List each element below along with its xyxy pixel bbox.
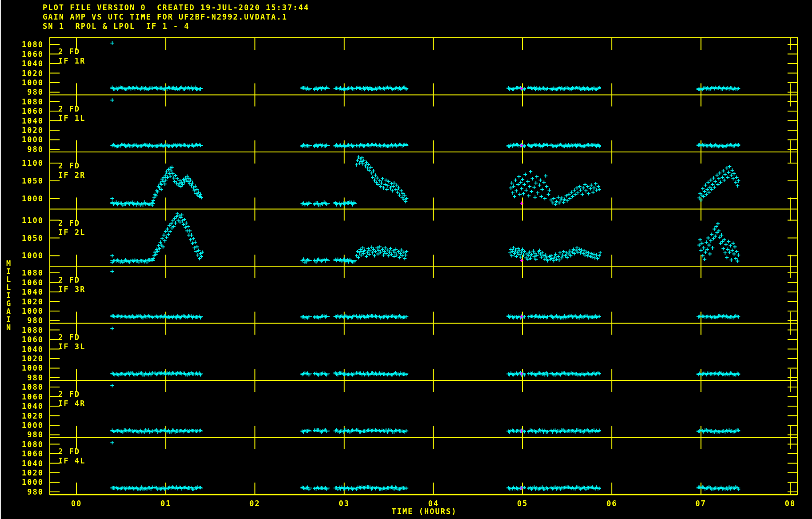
y-tick-label: 1000 <box>17 307 44 315</box>
plot-header-line-3: SN 1 RPOL & LPOL IF 1 - 4 <box>43 22 189 30</box>
y-tick-label: 980 <box>17 488 44 496</box>
panel-annotation-if: IF 4R <box>58 399 85 407</box>
y-tick-label: 1080 <box>17 383 44 391</box>
x-tick-label: 07 <box>687 499 715 507</box>
x-tick-label: 00 <box>62 499 91 507</box>
y-tick-label: 1040 <box>17 402 44 410</box>
y-tick-label: 1060 <box>17 107 44 115</box>
panel-annotation-source: 2 FD <box>58 219 80 227</box>
y-tick-label: 1080 <box>17 326 44 334</box>
y-tick-label: 1080 <box>17 269 44 277</box>
y-tick-label: 1020 <box>17 298 44 306</box>
y-tick-label: 980 <box>17 88 44 96</box>
panel-annotation-source: 2 FD <box>58 390 80 398</box>
y-tick-label: 1000 <box>17 478 44 486</box>
y-axis-title-letter: N <box>4 323 14 331</box>
x-tick-label: 06 <box>598 499 626 507</box>
y-tick-label: 1080 <box>17 440 44 448</box>
y-tick-label: 980 <box>17 145 44 153</box>
y-tick-label: 1080 <box>17 98 44 106</box>
x-tick-label: 03 <box>330 499 358 507</box>
y-tick-label: 1020 <box>17 69 44 77</box>
x-tick-label: 05 <box>508 499 537 507</box>
y-tick-label: 1060 <box>17 50 44 58</box>
y-tick-label: 1000 <box>17 195 44 203</box>
y-tick-label: 1100 <box>17 216 44 224</box>
y-tick-label: 1000 <box>17 252 44 260</box>
panel-annotation-if: IF 4L <box>58 457 85 465</box>
y-axis-title-letter: A <box>4 307 14 315</box>
plot-header-line-2: GAIN AMP VS UTC TIME FOR UF2BF-N2992.UVD… <box>43 13 288 21</box>
y-tick-label: 1100 <box>17 159 44 167</box>
y-tick-label: 980 <box>17 431 44 439</box>
plot-header-line-1: PLOT FILE VERSION 0 CREATED 19-JUL-2020 … <box>43 4 310 12</box>
y-tick-label: 1020 <box>17 469 44 477</box>
y-axis-title-letter: L <box>4 275 14 283</box>
x-axis-title: TIME (HOURS) <box>357 507 492 515</box>
y-tick-label: 1060 <box>17 393 44 401</box>
y-tick-label: 1020 <box>17 412 44 420</box>
y-tick-label: 980 <box>17 374 44 382</box>
x-tick-label: 04 <box>419 499 448 507</box>
panel-annotation-source: 2 FD <box>58 333 80 341</box>
y-axis-title-letter: I <box>4 267 14 275</box>
y-axis-title-letter: L <box>4 283 14 291</box>
y-axis-title-letter: M <box>4 260 14 267</box>
y-axis-title: MILLIGAIN <box>4 260 14 331</box>
y-tick-label: 1060 <box>17 335 44 343</box>
y-tick-label: 1000 <box>17 136 44 144</box>
panel-annotation-source: 2 FD <box>58 105 80 113</box>
y-tick-label: 1040 <box>17 459 44 467</box>
x-tick-label: 01 <box>152 499 180 507</box>
plot-canvas <box>0 0 812 519</box>
y-tick-label: 1060 <box>17 450 44 458</box>
panel-annotation-if: IF 3L <box>58 343 85 351</box>
y-axis-title-letter: I <box>4 291 14 299</box>
y-tick-label: 1060 <box>17 279 44 287</box>
y-tick-label: 1040 <box>17 288 44 296</box>
panel-annotation-source: 2 FD <box>58 276 80 284</box>
panel-annotation-if: IF 1R <box>58 57 85 65</box>
y-tick-label: 1020 <box>17 355 44 363</box>
y-tick-label: 1000 <box>17 79 44 87</box>
y-tick-label: 1000 <box>17 421 44 429</box>
panel-annotation-source: 2 FD <box>58 162 80 170</box>
y-tick-label: 1040 <box>17 117 44 125</box>
panel-annotation-source: 2 FD <box>58 447 80 455</box>
y-tick-label: 1050 <box>17 177 44 185</box>
y-tick-label: 1040 <box>17 60 44 68</box>
panel-annotation-if: IF 2R <box>58 171 85 179</box>
y-tick-label: 1020 <box>17 126 44 134</box>
panel-annotation-source: 2 FD <box>58 48 80 56</box>
x-tick-label: 02 <box>241 499 269 507</box>
panel-annotation-if: IF 1L <box>58 114 85 122</box>
aips-plot-screen: PLOT FILE VERSION 0 CREATED 19-JUL-2020 … <box>0 0 812 519</box>
panel-annotation-if: IF 3R <box>58 285 85 293</box>
y-tick-label: 1050 <box>17 234 44 242</box>
y-axis-title-letter: I <box>4 315 14 323</box>
y-tick-label: 1040 <box>17 345 44 353</box>
y-tick-label: 1080 <box>17 40 44 48</box>
y-tick-label: 980 <box>17 316 44 324</box>
y-axis-title-letter: G <box>4 299 14 307</box>
y-tick-label: 1000 <box>17 364 44 372</box>
panel-annotation-if: IF 2L <box>58 228 85 236</box>
x-tick-label: 08 <box>776 499 804 507</box>
